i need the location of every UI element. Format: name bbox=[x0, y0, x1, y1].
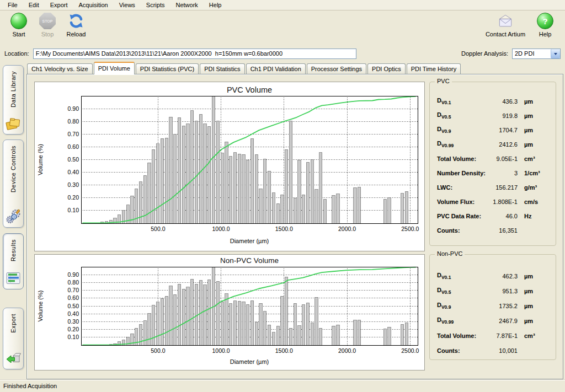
start-label: Start bbox=[12, 31, 25, 37]
stat-row: DV0.5919.8µm bbox=[430, 109, 556, 123]
stat-unit: µm bbox=[518, 98, 556, 105]
doppler-analysis-label: Doppler Analysis: bbox=[461, 50, 508, 57]
stat-unit: cm/s bbox=[518, 198, 556, 205]
stat-value: 1704.7 bbox=[487, 127, 518, 133]
svg-text:500.0: 500.0 bbox=[151, 347, 165, 354]
nonpvc-group-title: Non-PVC bbox=[435, 250, 465, 257]
stop-icon: STOP bbox=[39, 13, 56, 29]
tab-processor-settings[interactable]: Processor Settings bbox=[307, 63, 366, 74]
stat-label: Number Density: bbox=[437, 170, 487, 176]
doppler-analysis-select[interactable]: 2D PDI bbox=[512, 49, 561, 59]
stat-label: DV0.99 bbox=[437, 316, 487, 325]
menu-item-scripts[interactable]: Scripts bbox=[141, 1, 170, 10]
stat-value: 46.0 bbox=[487, 213, 518, 219]
svg-text:1500.0: 1500.0 bbox=[275, 225, 293, 232]
tab-pdi-optics[interactable]: PDI Optics bbox=[367, 63, 406, 74]
contact-artium-button[interactable]: Contact Artium bbox=[484, 13, 526, 37]
stat-unit: Hz bbox=[518, 213, 556, 219]
svg-text:0.60: 0.60 bbox=[68, 143, 79, 150]
stat-value: 3 bbox=[487, 170, 518, 176]
svg-text:PVC Volume: PVC Volume bbox=[227, 85, 272, 94]
tab-pdi-statistics-pvc-[interactable]: PDI Statistics (PVC) bbox=[136, 63, 199, 74]
chevron-down-icon[interactable] bbox=[551, 49, 560, 58]
stat-value: 1735.2 bbox=[487, 303, 518, 309]
stat-row: PVC Data Rate:46.0Hz bbox=[430, 209, 556, 223]
svg-text:2500.0: 2500.0 bbox=[401, 225, 419, 232]
svg-text:0.30: 0.30 bbox=[68, 318, 79, 325]
svg-text:0.70: 0.70 bbox=[68, 287, 79, 293]
tab-ch1-velocity-vs-size[interactable]: Ch1 Velocity vs. Size bbox=[27, 63, 93, 74]
svg-text:1000.0: 1000.0 bbox=[212, 225, 230, 232]
stat-row: Total Volume:9.05E-1cm³ bbox=[430, 152, 556, 166]
svg-text:2000.0: 2000.0 bbox=[338, 347, 356, 354]
stat-unit: µm bbox=[518, 288, 556, 294]
sidebar-item-export[interactable]: Export bbox=[3, 308, 24, 369]
svg-text:0.50: 0.50 bbox=[68, 303, 79, 309]
sidebar-item-data-library[interactable]: Data Library bbox=[3, 65, 24, 135]
stat-value: 10,001 bbox=[487, 347, 518, 354]
stat-value: 7.87E-1 bbox=[487, 332, 518, 339]
stat-label: DV0.9 bbox=[437, 302, 487, 310]
sidebar-item-results[interactable]: Results bbox=[3, 233, 24, 289]
sidebar-item-label: Export bbox=[10, 314, 17, 333]
reload-button[interactable]: Reload bbox=[62, 13, 90, 37]
stat-value: 16,351 bbox=[487, 227, 518, 234]
stat-row: Counts:10,001 bbox=[430, 343, 556, 358]
location-input[interactable] bbox=[33, 49, 356, 59]
stat-unit: µm bbox=[518, 112, 556, 119]
stat-value: 2467.9 bbox=[487, 318, 518, 324]
sidebar: Data Library Device Controls bbox=[0, 61, 26, 379]
menu-item-file[interactable]: File bbox=[2, 1, 23, 10]
menu-bar: FileEditExportAcquisitionViewsScriptsNet… bbox=[0, 0, 565, 10]
toolbar: Start STOP Stop Reload Contact Artium ? bbox=[0, 10, 565, 46]
stat-label: DV0.9 bbox=[437, 126, 487, 134]
svg-text:0.10: 0.10 bbox=[68, 207, 79, 213]
tab-pdi-volume[interactable]: PDI Volume bbox=[94, 62, 135, 74]
stop-icon-text: STOP bbox=[42, 19, 53, 23]
svg-text:0.20: 0.20 bbox=[68, 326, 79, 332]
stat-row: DV0.1436.3µm bbox=[430, 94, 556, 109]
stat-label: DV0.5 bbox=[437, 111, 487, 120]
sidebar-item-label: Device Controls bbox=[10, 146, 17, 192]
stop-button[interactable]: STOP Stop bbox=[33, 13, 62, 37]
stat-row: DV0.91735.2µm bbox=[430, 298, 556, 313]
stat-row: DV0.992412.6µm bbox=[430, 137, 556, 152]
stop-label: Stop bbox=[41, 31, 54, 37]
tab-ch1-pdi-validation[interactable]: Ch1 PDI Validation bbox=[246, 63, 306, 74]
menu-item-network[interactable]: Network bbox=[170, 1, 203, 10]
svg-text:1500.0: 1500.0 bbox=[275, 347, 293, 354]
stat-row: Total Volume:7.87E-1cm³ bbox=[430, 328, 556, 343]
tab-pdi-time-history[interactable]: PDI Time History bbox=[407, 63, 461, 74]
stat-value: 462.3 bbox=[487, 273, 518, 280]
stat-unit: µm bbox=[518, 303, 556, 309]
menu-item-edit[interactable]: Edit bbox=[23, 1, 45, 10]
svg-text:0.20: 0.20 bbox=[68, 194, 79, 201]
svg-text:Diameter (µm): Diameter (µm) bbox=[230, 358, 269, 365]
menu-item-views[interactable]: Views bbox=[114, 1, 141, 10]
menu-item-help[interactable]: Help bbox=[204, 1, 227, 10]
svg-text:0.90: 0.90 bbox=[68, 105, 79, 112]
stat-unit: cm³ bbox=[518, 155, 556, 162]
stat-label: DV0.1 bbox=[437, 272, 487, 280]
stat-label: Counts: bbox=[437, 347, 487, 354]
stat-value: 9.05E-1 bbox=[487, 155, 518, 162]
svg-text:0.80: 0.80 bbox=[68, 279, 79, 286]
stat-label: DV0.99 bbox=[437, 140, 487, 148]
stat-unit: cm³ bbox=[518, 332, 556, 339]
stat-value: 951.3 bbox=[487, 288, 518, 294]
start-button[interactable]: Start bbox=[4, 13, 33, 37]
stat-unit: µm bbox=[518, 127, 556, 133]
svg-text:Volume (%): Volume (%) bbox=[37, 144, 44, 175]
stat-unit: µm bbox=[518, 318, 556, 324]
stat-label: PVC Data Rate: bbox=[437, 213, 487, 219]
help-button[interactable]: ? Help bbox=[531, 13, 559, 37]
menu-item-export[interactable]: Export bbox=[45, 1, 73, 10]
sidebar-item-device-controls[interactable]: Device Controls bbox=[3, 139, 24, 228]
svg-text:0.50: 0.50 bbox=[68, 156, 79, 163]
tab-strip: Ch1 Velocity vs. SizePDI VolumePDI Stati… bbox=[26, 61, 563, 74]
nonpvc-volume-chart: 0.100.200.300.400.500.600.700.800.90500.… bbox=[35, 255, 424, 370]
nonpvc-stats-group: Non-PVC DV0.1462.3µmDV0.5951.3µmDV0.9173… bbox=[429, 254, 556, 360]
export-icon bbox=[6, 351, 21, 366]
tab-pdi-statistics[interactable]: PDI Statistics bbox=[200, 63, 244, 74]
menu-item-acquisition[interactable]: Acquisition bbox=[73, 1, 114, 10]
